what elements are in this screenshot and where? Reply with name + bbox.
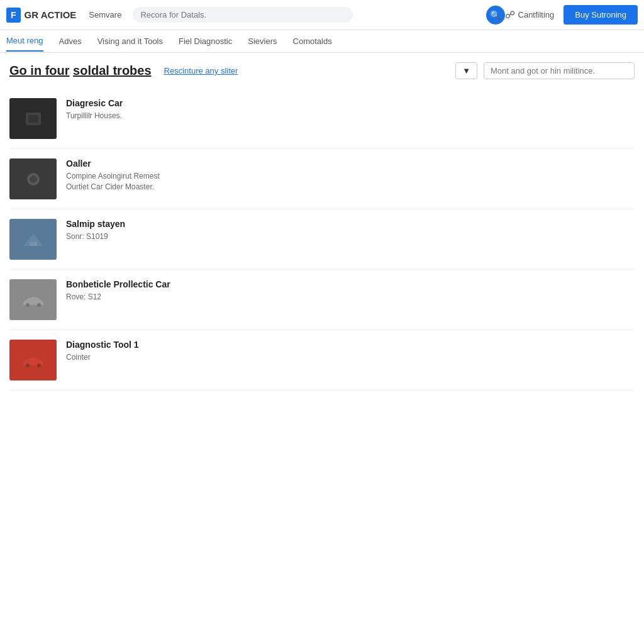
product-title-2: Oaller [66,158,160,169]
product-list: Diagresic Car Turpillilr Houses. Oaller … [9,89,635,391]
logo-letter: F [11,10,16,20]
svg-rect-1 [28,115,38,123]
brand-name: GR ACTIOE [25,9,77,20]
filter-area: ▼ [455,62,635,79]
main-content: Go in four soldal trobes Rescinture any … [0,53,644,400]
product-subtitle-1: Turpillilr Houses. [66,111,123,121]
product-subtitle-3: Sonr: S1019 [66,231,125,242]
subnav-item-5[interactable]: Comotalds [293,31,332,51]
product-title-3: Salmip stayen [66,219,125,229]
product-image-5 [9,340,57,380]
filter-dropdown[interactable]: ▼ [455,62,477,79]
svg-point-3 [30,175,37,183]
subnav-item-4[interactable]: Sieviers [248,31,277,51]
list-item: Oaller Compine Asoingirut RemestOurtiet … [9,149,635,209]
filter-dropdown-icon: ▼ [462,66,470,75]
product-title-4: Bonbeticle Prollectic Car [66,279,170,289]
svg-point-5 [26,303,30,307]
cart-button[interactable]: ☍ Cantfilting [505,9,555,21]
product-title-1: Diagresic Car [66,98,123,108]
list-item: Diagnostic Tool 1 Cointer [9,330,635,391]
list-item: Bonbeticle Prollectic Car Rove: S12 [9,270,635,330]
product-info-2: Oaller Compine Asoingirut RemestOurtiet … [66,158,160,192]
cart-icon: ☍ [505,9,515,21]
top-nav: F GR ACTIOE Semvare 🔍 ☍ Cantfilting Buy … [0,0,644,30]
subnav-item-3[interactable]: Fiel Diagnostic [179,31,232,51]
svg-point-7 [26,364,30,367]
product-subtitle-4: Rove: S12 [66,292,170,303]
product-info-3: Salmip stayen Sonr: S1019 [66,219,125,242]
product-subtitle-2: Compine Asoingirut RemestOurtiet Car Cid… [66,171,160,192]
search-input[interactable] [140,10,345,19]
logo-box: F [6,8,21,23]
svg-point-6 [37,303,41,307]
product-title-5: Diagnostic Tool 1 [66,340,139,350]
cart-label: Cantfilting [518,10,555,19]
product-info-1: Diagresic Car Turpillilr Houses. [66,98,123,121]
product-info-4: Bonbeticle Prollectic Car Rove: S12 [66,279,170,303]
product-image-3 [9,219,57,260]
product-image-4 [9,279,57,320]
product-image-2 [9,158,57,199]
search-button[interactable]: 🔍 [486,6,505,25]
sub-nav: Meut reng Adves Vising and it Tools Fiel… [0,30,644,53]
buy-button[interactable]: Buy Sutroning [564,5,638,25]
page-title-highlight: soldal trobes [73,64,151,77]
product-subtitle-5: Cointer [66,352,139,363]
subnav-item-0[interactable]: Meut reng [6,31,43,52]
page-title-prefix: Go in four [9,64,70,77]
results-link[interactable]: Rescinture any sliter [164,66,238,75]
svg-rect-4 [30,242,37,246]
page-title: Go in four soldal trobes [9,64,152,78]
list-item: Diagresic Car Turpillilr Houses. [9,89,635,149]
subnav-item-1[interactable]: Adves [59,31,82,51]
product-info-5: Diagnostic Tool 1 Cointer [66,340,139,363]
filter-input[interactable] [484,62,635,79]
search-bar [133,7,353,23]
svg-point-8 [37,364,41,367]
product-image-1 [9,98,57,139]
subnav-item-2[interactable]: Vising and it Tools [97,31,163,51]
page-header: Go in four soldal trobes Rescinture any … [9,62,635,79]
list-item: Salmip stayen Sonr: S1019 [9,209,635,270]
software-link[interactable]: Semvare [89,10,121,19]
